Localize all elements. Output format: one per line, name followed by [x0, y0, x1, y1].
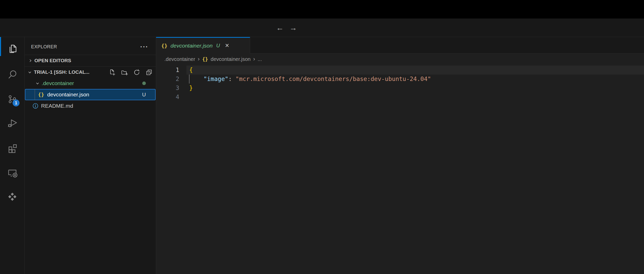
tab-git-badge: U	[216, 43, 220, 49]
code-token: :	[228, 76, 235, 82]
code-editor[interactable]: 1{2 "image": "mcr.microsoft.com/devconta…	[156, 65, 644, 274]
scm-changes-badge: 1	[13, 99, 20, 106]
tab-label: devcontainer.json	[171, 43, 213, 49]
file-name: devcontainer.json	[47, 92, 89, 98]
extensions-icon[interactable]	[7, 142, 18, 154]
title-bar: ← → Trial-1 [SSH: localhost:32772]	[0, 19, 644, 37]
code-line[interactable]: 2 "image": "mcr.microsoft.com/devcontain…	[156, 75, 644, 84]
tab-close-button[interactable]: ×	[225, 42, 229, 49]
vscode-window: ← → Trial-1 [SSH: localhost:32772]	[0, 0, 644, 274]
git-changes-dot	[142, 81, 146, 85]
code-line-content: {	[186, 66, 644, 75]
refresh-icon[interactable]	[133, 69, 140, 76]
breadcrumb-folder[interactable]: .devcontainer	[164, 56, 195, 62]
collapse-all-icon[interactable]	[146, 69, 153, 76]
code-line-content: "image": "mcr.microsoft.com/devcontainer…	[186, 75, 644, 84]
file-name: README.md	[41, 103, 73, 109]
line-number: 1	[156, 66, 186, 75]
breadcrumb-file[interactable]: devcontainer.json	[211, 56, 251, 62]
history-back-button[interactable]: ←	[274, 19, 286, 37]
folder-name: .devcontainer	[42, 80, 74, 86]
explorer-icon[interactable]	[7, 43, 18, 54]
info-file-icon	[32, 103, 39, 109]
indent-guide	[189, 75, 190, 84]
history-forward-button[interactable]: →	[288, 19, 299, 37]
new-file-icon[interactable]	[109, 69, 116, 76]
remote-explorer-icon[interactable]	[7, 167, 18, 178]
sidebar-title-row: EXPLORER ···	[25, 41, 156, 52]
workspace-actions	[109, 67, 153, 78]
search-view-icon[interactable]	[7, 69, 18, 80]
code-token: {	[189, 67, 193, 73]
selection-highlight	[25, 89, 156, 100]
explorer-sidebar: EXPLORER ··· OPEN EDITORS TRIAL-1 [SSH: …	[25, 37, 156, 274]
code-line-content	[186, 93, 644, 102]
breadcrumb-symbol[interactable]: ...	[258, 56, 262, 62]
code-line-content: }	[186, 84, 644, 93]
tree-indent-guide	[35, 89, 35, 100]
line-number: 2	[156, 75, 186, 84]
json-file-icon: {}	[161, 43, 167, 49]
json-file-icon: {}	[38, 92, 44, 98]
active-view-indicator	[0, 37, 1, 56]
chevron-down-icon	[28, 70, 32, 74]
open-editors-section-header[interactable]: OPEN EDITORS	[25, 55, 156, 66]
breadcrumb-separator: ›	[198, 56, 200, 62]
screen-top-black-area	[0, 0, 644, 19]
explorer-more-actions-button[interactable]: ···	[140, 41, 148, 52]
run-debug-icon[interactable]	[7, 117, 18, 129]
tab-devcontainer-json[interactable]: {} devcontainer.json U ×	[156, 37, 250, 53]
workspace-section-header[interactable]: TRIAL-1 [SSH: LOCAL...	[25, 66, 156, 78]
json-file-icon: {}	[202, 56, 208, 62]
editor-group: {} devcontainer.json U × .devcontainer ›…	[156, 37, 644, 274]
code-token: }	[189, 85, 193, 91]
chevron-down-icon	[35, 81, 40, 85]
git-untracked-badge: U	[142, 89, 146, 100]
code-token: "image"	[203, 76, 228, 82]
breadcrumb: .devcontainer › {} devcontainer.json › .…	[156, 53, 644, 65]
tree-item-readme[interactable]: README.md	[25, 100, 156, 112]
line-number: 4	[156, 93, 186, 102]
code-line[interactable]: 1{	[156, 66, 644, 75]
sidebar-title: EXPLORER	[25, 44, 57, 50]
tree-item-devcontainer-folder[interactable]: .devcontainer	[25, 78, 156, 89]
line-number: 3	[156, 84, 186, 93]
azure-icon[interactable]	[7, 191, 18, 203]
open-editors-label: OPEN EDITORS	[34, 58, 71, 63]
activity-bar: 1	[0, 37, 25, 274]
chevron-right-icon	[28, 59, 32, 63]
tree-item-devcontainer-json[interactable]: {} devcontainer.json U	[25, 89, 156, 100]
source-control-icon[interactable]: 1	[7, 94, 18, 105]
workspace-label: TRIAL-1 [SSH: LOCAL...	[34, 69, 89, 75]
code-token	[189, 76, 203, 82]
new-folder-icon[interactable]	[121, 69, 128, 76]
code-token: "mcr.microsoft.com/devcontainers/base:de…	[235, 76, 431, 82]
breadcrumb-separator: ›	[253, 56, 255, 62]
code-line[interactable]: 4	[156, 93, 644, 102]
code-line[interactable]: 3}	[156, 84, 644, 93]
